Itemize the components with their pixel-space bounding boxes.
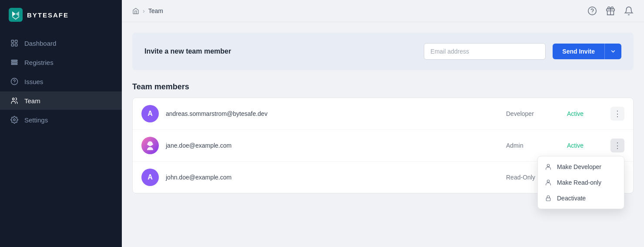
svg-rect-5 xyxy=(11,60,17,61)
team-icon xyxy=(10,97,18,105)
sidebar-item-team[interactable]: Team xyxy=(0,91,122,110)
svg-point-16 xyxy=(151,143,153,145)
sidebar-item-label: Settings xyxy=(24,116,48,124)
member-email: jane.doe@example.com xyxy=(166,142,506,149)
svg-rect-1 xyxy=(11,40,13,42)
person-icon xyxy=(545,179,552,186)
help-icon[interactable] xyxy=(587,6,597,16)
breadcrumb-separator: › xyxy=(143,7,145,14)
status-badge: Active xyxy=(567,110,610,117)
dropdown-item-deactivate[interactable]: Deactivate xyxy=(538,190,624,206)
email-input[interactable] xyxy=(424,43,546,60)
topbar: › Team xyxy=(122,0,644,22)
table-row: jane.doe@example.com Admin Active ⋮ Make… xyxy=(133,130,633,162)
dropdown-item-label: Make Developer xyxy=(557,163,601,170)
svg-rect-6 xyxy=(11,62,17,63)
home-icon[interactable] xyxy=(132,7,139,14)
member-email: andreas.sommarstrom@bytesafe.dev xyxy=(166,110,506,117)
sidebar-item-issues[interactable]: Issues xyxy=(0,72,122,91)
sidebar-item-label: Issues xyxy=(24,78,43,85)
svg-point-9 xyxy=(13,98,15,100)
svg-point-10 xyxy=(13,119,16,121)
sidebar-item-settings[interactable]: Settings xyxy=(0,111,122,129)
svg-point-19 xyxy=(547,180,549,182)
section-title: Team members xyxy=(132,82,634,91)
breadcrumb-current: Team xyxy=(148,7,163,14)
invite-section: Invite a new team member Send Invite xyxy=(132,33,634,70)
send-invite-button[interactable]: Send Invite xyxy=(553,44,604,59)
settings-icon xyxy=(10,116,18,124)
breadcrumb: › Team xyxy=(132,7,163,14)
main-content: › Team Invite a new t xyxy=(122,0,644,247)
svg-rect-20 xyxy=(546,198,550,201)
member-email: john.doe@example.com xyxy=(166,174,506,181)
bell-icon[interactable] xyxy=(624,6,634,16)
dropdown-item-label: Make Read-only xyxy=(557,179,601,186)
sidebar-item-registries[interactable]: Registries xyxy=(0,53,122,71)
chevron-down-icon xyxy=(610,48,616,54)
svg-point-18 xyxy=(547,164,549,166)
team-members-section: Team members A andreas.sommarstrom@bytes… xyxy=(132,82,634,193)
dropdown-item-make-readonly[interactable]: Make Read-only xyxy=(538,175,624,190)
avatar xyxy=(141,137,159,154)
logo-text: BYTESAFE xyxy=(27,11,69,19)
dropdown-item-make-developer[interactable]: Make Developer xyxy=(538,159,624,175)
sidebar-item-label: Registries xyxy=(24,59,54,66)
sidebar-item-dashboard[interactable]: Dashboard xyxy=(0,34,122,52)
sidebar-item-label: Team xyxy=(24,97,40,105)
member-role: Admin xyxy=(506,142,567,149)
page-content: Invite a new team member Send Invite Tea… xyxy=(122,22,644,247)
lock-icon xyxy=(545,195,552,202)
gift-icon[interactable] xyxy=(606,6,615,16)
svg-point-17 xyxy=(147,143,149,145)
sidebar-item-label: Dashboard xyxy=(24,40,56,47)
dropdown-menu: Make Developer Make Read-only xyxy=(537,156,624,209)
table-row: A andreas.sommarstrom@bytesafe.dev Devel… xyxy=(133,98,633,130)
invite-label: Invite a new team member xyxy=(144,47,417,55)
sidebar-logo: BYTESAFE xyxy=(0,0,122,30)
member-menu-button[interactable]: ⋮ xyxy=(610,107,624,121)
svg-rect-4 xyxy=(15,44,17,46)
member-role: Developer xyxy=(506,110,567,117)
bytesafe-logo-icon xyxy=(9,8,23,22)
svg-point-11 xyxy=(588,7,596,15)
send-invite-btn-group: Send Invite xyxy=(553,44,621,59)
svg-point-8 xyxy=(14,83,14,83)
member-menu-button[interactable]: ⋮ xyxy=(610,139,624,152)
dropdown-item-label: Deactivate xyxy=(557,195,586,202)
sidebar-navigation: Dashboard Registries Issues T xyxy=(0,30,122,133)
avatar: A xyxy=(141,105,159,122)
issues-icon xyxy=(10,78,18,85)
avatar: A xyxy=(141,169,159,186)
svg-rect-3 xyxy=(11,44,13,46)
avatar-icon xyxy=(144,139,156,152)
svg-rect-2 xyxy=(15,40,17,42)
person-icon xyxy=(545,163,552,170)
members-list: A andreas.sommarstrom@bytesafe.dev Devel… xyxy=(132,98,634,193)
topbar-actions xyxy=(587,6,634,16)
send-invite-dropdown-button[interactable] xyxy=(604,44,621,59)
svg-rect-7 xyxy=(11,64,17,64)
svg-point-12 xyxy=(592,13,592,13)
sidebar: BYTESAFE Dashboard Registries xyxy=(0,0,122,247)
status-badge: Active xyxy=(567,142,610,149)
dashboard-icon xyxy=(10,39,18,47)
registries-icon xyxy=(10,58,18,66)
